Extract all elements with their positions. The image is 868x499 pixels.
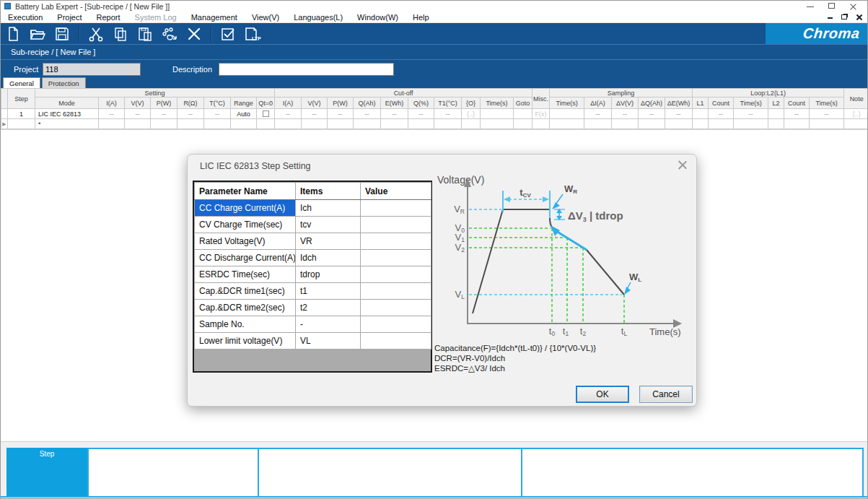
cell-range[interactable]: Auto	[231, 109, 257, 119]
param-name[interactable]: Rated Voltage(V)	[195, 233, 296, 250]
paste-icon[interactable]	[134, 25, 156, 43]
maximize-icon[interactable]	[828, 3, 837, 10]
param-name[interactable]: CC Discharge Current(A)	[195, 250, 296, 266]
menu-view[interactable]: View(V)	[245, 12, 286, 22]
param-name[interactable]: CC Charge Current(A)	[195, 200, 296, 217]
close-icon[interactable]	[850, 3, 859, 10]
param-value[interactable]	[361, 200, 431, 217]
cell-smp-dq[interactable]: --	[639, 109, 665, 119]
cell-cut-ewh[interactable]	[381, 119, 408, 129]
cell-cut-o[interactable]	[462, 119, 481, 129]
param-item[interactable]: -	[296, 316, 361, 333]
cell-cut-v[interactable]: --	[302, 109, 328, 119]
param-value[interactable]	[361, 316, 431, 333]
param-item[interactable]: Idch	[296, 250, 361, 266]
cell-smp-di[interactable]: --	[584, 109, 612, 119]
cell-l2-time[interactable]: --	[810, 109, 844, 119]
menu-project[interactable]: Project	[50, 12, 89, 22]
cell-cut-time[interactable]	[481, 109, 514, 119]
cell-smp-time[interactable]	[550, 109, 584, 119]
cancel-button[interactable]: Cancel	[639, 386, 693, 403]
cell-goto[interactable]	[514, 109, 532, 119]
description-input[interactable]	[219, 63, 394, 76]
param-name[interactable]: Sample No.	[195, 316, 296, 333]
project-input[interactable]	[43, 63, 141, 76]
save-ltp-icon[interactable]: LTP	[242, 25, 263, 43]
cell-cut-qpct[interactable]	[408, 119, 434, 129]
cell-cut-qah[interactable]	[354, 119, 381, 129]
cell-range[interactable]	[231, 119, 257, 129]
cell-mode[interactable]: *	[35, 119, 99, 129]
cell-smp-dv[interactable]: --	[612, 109, 639, 119]
cell-cut-p[interactable]	[328, 119, 354, 129]
mdi-close-icon[interactable]	[856, 14, 862, 20]
param-name[interactable]: CV Charge Time(sec)	[195, 217, 296, 233]
cell-l2-count[interactable]: --	[784, 109, 810, 119]
param-value[interactable]	[361, 250, 431, 266]
cell-set-t[interactable]: --	[204, 109, 231, 119]
ok-button[interactable]: OK	[576, 386, 629, 403]
cell-smp-time[interactable]	[550, 119, 584, 129]
cell-set-r[interactable]	[177, 119, 204, 129]
cell-note[interactable]: {..}	[844, 109, 868, 119]
param-value[interactable]	[361, 217, 431, 233]
param-value[interactable]	[361, 233, 431, 250]
param-item[interactable]: t2	[296, 300, 361, 316]
param-value[interactable]	[361, 266, 431, 283]
param-value[interactable]	[361, 300, 431, 316]
cell-smp-dq[interactable]	[639, 119, 665, 129]
param-name[interactable]: Cap.&DCR time1(sec)	[195, 283, 296, 300]
cell-qt0[interactable]	[257, 119, 275, 129]
cell-smp-dv[interactable]	[612, 119, 639, 129]
cell-cut-p[interactable]: --	[328, 109, 354, 119]
menu-management[interactable]: Management	[184, 12, 245, 22]
tab-general[interactable]: General	[3, 77, 40, 88]
cell-set-p[interactable]	[151, 119, 177, 129]
cell-cut-i[interactable]	[275, 119, 302, 129]
mdi-minimize-icon[interactable]	[828, 15, 833, 19]
cell-misc[interactable]: F(x)	[532, 109, 550, 119]
cell-l2[interactable]	[768, 119, 784, 129]
menu-execution[interactable]: Execution	[1, 12, 50, 22]
cell-l1[interactable]	[693, 109, 709, 119]
param-item[interactable]: VL	[296, 333, 361, 350]
menu-help[interactable]: Help	[405, 12, 437, 22]
cell-set-v[interactable]	[125, 119, 151, 129]
minimize-icon[interactable]	[807, 3, 815, 10]
cell-set-t[interactable]	[204, 119, 231, 129]
cell-l2-time[interactable]	[810, 119, 844, 129]
cell-l1-count[interactable]: --	[709, 109, 734, 119]
cell-cut-i[interactable]: --	[275, 109, 302, 119]
cell-cut-qah[interactable]: --	[354, 109, 381, 119]
cell-set-i[interactable]	[99, 119, 125, 129]
cell-l1-time[interactable]: --	[734, 109, 768, 119]
cell-l2-count[interactable]	[784, 119, 810, 129]
menu-window[interactable]: Window(W)	[350, 12, 405, 22]
param-item[interactable]: tdrop	[296, 266, 361, 283]
menu-report[interactable]: Report	[89, 12, 128, 22]
cell-l1-count[interactable]	[709, 119, 734, 129]
mdi-restore-icon[interactable]	[841, 14, 847, 19]
cell-set-r[interactable]: --	[177, 109, 204, 119]
cell-smp-de[interactable]: --	[665, 109, 693, 119]
cell-goto[interactable]	[514, 119, 532, 129]
open-file-icon[interactable]	[27, 25, 48, 43]
cell-set-p[interactable]: --	[151, 109, 177, 119]
param-value[interactable]	[361, 333, 431, 350]
cell-l1[interactable]	[693, 119, 709, 129]
cell-note[interactable]	[844, 119, 868, 129]
cell-misc[interactable]	[532, 119, 550, 129]
cell-step[interactable]: 1	[8, 109, 35, 119]
save-icon[interactable]	[51, 25, 73, 43]
paw-arrow-icon[interactable]	[159, 25, 180, 43]
param-value[interactable]	[361, 283, 431, 300]
cell-l2[interactable]	[768, 109, 784, 119]
cell-l1-time[interactable]	[734, 119, 768, 129]
check-list-icon[interactable]	[217, 25, 239, 43]
cell-set-v[interactable]: --	[125, 109, 151, 119]
cell-cut-time[interactable]	[481, 119, 514, 129]
cell-cut-v[interactable]	[302, 119, 328, 129]
param-item[interactable]: Ich	[296, 200, 361, 217]
copy-icon[interactable]	[110, 25, 131, 43]
delete-icon[interactable]	[183, 25, 205, 43]
